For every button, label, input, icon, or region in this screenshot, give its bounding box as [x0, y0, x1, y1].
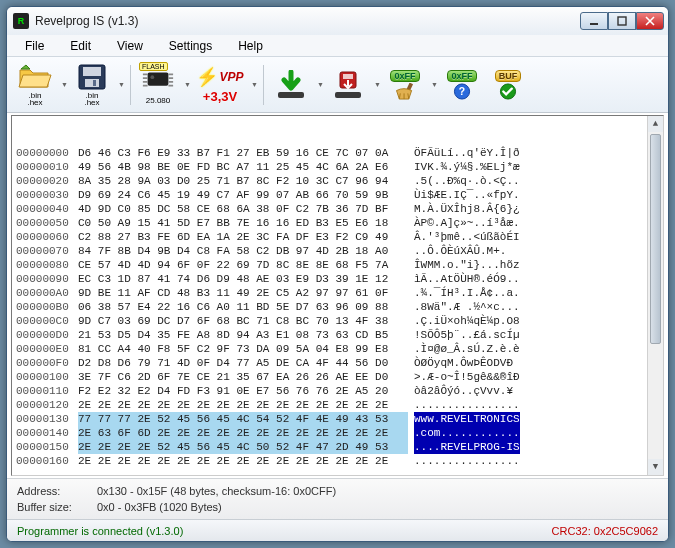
hex-ascii[interactable]: .com............	[414, 426, 520, 440]
hex-ascii[interactable]: .5(..Ð%q·.ò.<Ç..	[414, 174, 520, 188]
dropdown-icon[interactable]: ▼	[184, 81, 191, 88]
hex-row[interactable]: 00000130 77 77 77 2E 52 45 56 45 4C 54 5…	[16, 412, 663, 426]
hex-ascii[interactable]: ÖFÃüLí..q'ëY.Î|ð	[414, 146, 520, 160]
menu-edit[interactable]: Edit	[60, 37, 101, 55]
dropdown-icon[interactable]: ▼	[251, 81, 258, 88]
hex-row[interactable]: 000000D0 21 53 D5 D4 35 FE A8 8D 94 A3 E…	[16, 328, 663, 342]
hex-ascii[interactable]: M.À.ÜXÎhj8.Â{6}¿	[414, 202, 520, 216]
hex-bytes[interactable]: 2E 2E 2E 2E 2E 2E 2E 2E 2E 2E 2E 2E 2E 2…	[78, 398, 408, 412]
dropdown-icon[interactable]: ▼	[431, 81, 438, 88]
scroll-up-icon[interactable]: ▲	[648, 116, 663, 132]
close-button[interactable]	[636, 12, 664, 30]
hex-row[interactable]: 00000010 49 56 4B 98 BE 0E FD BC A7 11 2…	[16, 160, 663, 174]
hex-ascii[interactable]: òâ2âÔýó..çVvv.¥	[414, 384, 520, 398]
hex-bytes[interactable]: EC C3 1D 87 41 74 D6 D9 48 AE 03 E9 D3 3…	[78, 272, 408, 286]
hex-row[interactable]: 00000110 F2 E2 32 E2 D4 FD F3 91 0E E7 5…	[16, 384, 663, 398]
hex-bytes[interactable]: 8A 35 28 9A 03 D0 25 71 B7 8C F2 10 3C C…	[78, 174, 408, 188]
hex-ascii[interactable]: ÒØÖyqM.ÔwÞÊODVÐ	[414, 356, 513, 370]
chip-select-button[interactable]: FLASH 25.080	[136, 62, 180, 108]
hex-row[interactable]: 000000C0 9D C7 03 69 DC D7 6F 68 BC 71 C…	[16, 314, 663, 328]
hex-row[interactable]: 00000020 8A 35 28 9A 03 D0 25 71 B7 8C F…	[16, 174, 663, 188]
hex-bytes[interactable]: 2E 63 6F 6D 2E 2E 2E 2E 2E 2E 2E 2E 2E 2…	[78, 426, 408, 440]
verify-button[interactable]: BUF	[486, 62, 530, 108]
hex-ascii[interactable]: ................	[414, 454, 520, 468]
hex-bytes[interactable]: 3E 7F C6 2D 6F 7E CE 21 35 67 EA 26 26 A…	[78, 370, 408, 384]
hex-bytes[interactable]: 9D BE 11 AF CD 48 B3 11 49 2E C5 A2 97 9…	[78, 286, 408, 300]
hex-bytes[interactable]: 2E 2E 2E 2E 52 45 56 45 4C 50 52 4F 47 2…	[78, 440, 408, 454]
hex-ascii[interactable]: IVK.¾.ý¼§.%ELj*æ	[414, 160, 520, 174]
vertical-scrollbar[interactable]: ▲ ▼	[647, 116, 663, 475]
minimize-button[interactable]	[580, 12, 608, 30]
hex-row[interactable]: 00000100 3E 7F C6 2D 6F 7E CE 21 35 67 E…	[16, 370, 663, 384]
menu-file[interactable]: File	[15, 37, 54, 55]
hex-ascii[interactable]: .Ì¤@ø_Â.sÚ.Z.è.è	[414, 342, 520, 356]
hex-ascii[interactable]: .Ç.iÜ×oh¼qÈ¼p.O8	[414, 314, 520, 328]
dropdown-icon[interactable]: ▼	[118, 81, 125, 88]
hex-row[interactable]: 00000070 84 7F 8B D4 9B D4 C8 FA 58 C2 D…	[16, 244, 663, 258]
dropdown-icon[interactable]: ▼	[61, 81, 68, 88]
write-button[interactable]	[326, 62, 370, 108]
menu-settings[interactable]: Settings	[159, 37, 222, 55]
hex-ascii[interactable]: ................	[414, 398, 520, 412]
hex-ascii[interactable]: ..Ô.ÔÈúXÂÛ.M+.	[414, 244, 513, 258]
hex-row[interactable]: 00000120 2E 2E 2E 2E 2E 2E 2E 2E 2E 2E 2…	[16, 398, 663, 412]
hex-ascii[interactable]: ....REVELPROG-IS	[414, 440, 520, 454]
hex-bytes[interactable]: C2 88 27 B3 FE 6D EA 1A 2E 3C FA DF E3 F…	[78, 230, 408, 244]
hex-row[interactable]: 000000E0 81 CC A4 40 F8 5F C2 9F 73 DA 0…	[16, 342, 663, 356]
vpp-value: +3,3V	[200, 89, 240, 104]
hex-bytes[interactable]: D2 D8 D6 79 71 4D 0F D4 77 A5 DE CA 4F 4…	[78, 356, 408, 370]
save-file-button[interactable]: .bin .hex	[70, 62, 114, 108]
dropdown-icon[interactable]: ▼	[374, 81, 381, 88]
vpp-button[interactable]: ⚡ VPP +3,3V	[193, 62, 247, 108]
hex-row[interactable]: 00000060 C2 88 27 B3 FE 6D EA 1A 2E 3C F…	[16, 230, 663, 244]
titlebar: R Revelprog IS (v1.3)	[7, 7, 668, 35]
hex-row[interactable]: 00000140 2E 63 6F 6D 2E 2E 2E 2E 2E 2E 2…	[16, 426, 663, 440]
hex-row[interactable]: 00000000 D6 46 C3 F6 E9 33 B7 F1 27 EB 5…	[16, 146, 663, 160]
hex-bytes[interactable]: F2 E2 32 E2 D4 FD F3 91 0E E7 56 76 76 2…	[78, 384, 408, 398]
dropdown-icon[interactable]: ▼	[317, 81, 324, 88]
hex-ascii[interactable]: ìÃ..AtÖÙH®.éÓ9..	[414, 272, 520, 286]
scroll-down-icon[interactable]: ▼	[648, 459, 663, 475]
hex-row[interactable]: 00000160 2E 2E 2E 2E 2E 2E 2E 2E 2E 2E 2…	[16, 454, 663, 468]
maximize-button[interactable]	[608, 12, 636, 30]
hex-ascii[interactable]: >.Æ-o~Î!5gê&&®îÐ	[414, 370, 520, 384]
hex-bytes[interactable]: 49 56 4B 98 BE 0E FD BC A7 11 25 45 4C 6…	[78, 160, 408, 174]
hex-bytes[interactable]: 9D C7 03 69 DC D7 6F 68 BC 71 C8 BC 70 1…	[78, 314, 408, 328]
scrollbar-thumb[interactable]	[650, 134, 661, 344]
blank-check-button[interactable]: 0xFF ?	[440, 62, 484, 108]
hex-ascii[interactable]: .¾.¯ÍH³.I.Å¢..a.	[414, 286, 520, 300]
hex-ascii[interactable]: www.REVELTRONICS	[414, 412, 520, 426]
hex-bytes[interactable]: 4D 9D C0 85 DC 58 CE 68 6A 38 0F C2 7B 3…	[78, 202, 408, 216]
hex-row[interactable]: 000000F0 D2 D8 D6 79 71 4D 0F D4 77 A5 D…	[16, 356, 663, 370]
open-file-button[interactable]: .bin .hex	[13, 62, 57, 108]
hex-ascii[interactable]: Â.'³þmê..<úßãòÉI	[414, 230, 520, 244]
hex-ascii[interactable]: !SÕÔ5þ¨..£á.scÍµ	[414, 328, 520, 342]
hex-row[interactable]: 00000090 EC C3 1D 87 41 74 D6 D9 48 AE 0…	[16, 272, 663, 286]
hex-row[interactable]: 00000150 2E 2E 2E 2E 52 45 56 45 4C 50 5…	[16, 440, 663, 454]
hex-bytes[interactable]: 21 53 D5 D4 35 FE A8 8D 94 A3 E1 08 73 6…	[78, 328, 408, 342]
hex-row[interactable]: 000000A0 9D BE 11 AF CD 48 B3 11 49 2E C…	[16, 286, 663, 300]
hex-ascii[interactable]: .8Wä".Æ .½^×c...	[414, 300, 520, 314]
hex-bytes[interactable]: 81 CC A4 40 F8 5F C2 9F 73 DA 09 5A 04 E…	[78, 342, 408, 356]
menu-view[interactable]: View	[107, 37, 153, 55]
hex-row[interactable]: 00000030 D9 69 24 C6 45 19 49 C7 AF 99 0…	[16, 188, 663, 202]
hex-row[interactable]: 00000050 C0 50 A9 15 41 5D E7 BB 7E 16 1…	[16, 216, 663, 230]
hex-bytes[interactable]: 84 7F 8B D4 9B D4 C8 FA 58 C2 DB 97 4D 2…	[78, 244, 408, 258]
read-button[interactable]	[269, 62, 313, 108]
menu-help[interactable]: Help	[228, 37, 273, 55]
hex-ascii[interactable]: ÀP©.A]ç»~..í³åæ.	[414, 216, 520, 230]
hex-bytes[interactable]: D6 46 C3 F6 E9 33 B7 F1 27 EB 59 16 CE 7…	[78, 146, 408, 160]
hex-row[interactable]: 00000040 4D 9D C0 85 DC 58 CE 68 6A 38 0…	[16, 202, 663, 216]
erase-button[interactable]: 0xFF	[383, 62, 427, 108]
hex-ascii[interactable]: Ùi$ÆE.IÇ¯..«fpY.	[414, 188, 520, 202]
hex-ascii[interactable]: ÎWMM.o."i}...hõz	[414, 258, 520, 272]
hex-bytes[interactable]: CE 57 4D 4D 94 6F 0F 22 69 7D 8C 8E 8E 6…	[78, 258, 408, 272]
hex-bytes[interactable]: D9 69 24 C6 45 19 49 C7 AF 99 07 AB 66 7…	[78, 188, 408, 202]
hex-row[interactable]: 00000080 CE 57 4D 4D 94 6F 0F 22 69 7D 8…	[16, 258, 663, 272]
hex-bytes[interactable]: 06 38 57 E4 22 16 C6 A0 11 BD 5E D7 63 9…	[78, 300, 408, 314]
hex-row[interactable]: 000000B0 06 38 57 E4 22 16 C6 A0 11 BD 5…	[16, 300, 663, 314]
hex-bytes[interactable]: 77 77 77 2E 52 45 56 45 4C 54 52 4F 4E 4…	[78, 412, 408, 426]
hex-bytes[interactable]: 2E 2E 2E 2E 2E 2E 2E 2E 2E 2E 2E 2E 2E 2…	[78, 454, 408, 468]
hex-bytes[interactable]: C0 50 A9 15 41 5D E7 BB 7E 16 16 ED B3 E…	[78, 216, 408, 230]
hex-viewer[interactable]: 00000000 D6 46 C3 F6 E9 33 B7 F1 27 EB 5…	[11, 115, 664, 476]
